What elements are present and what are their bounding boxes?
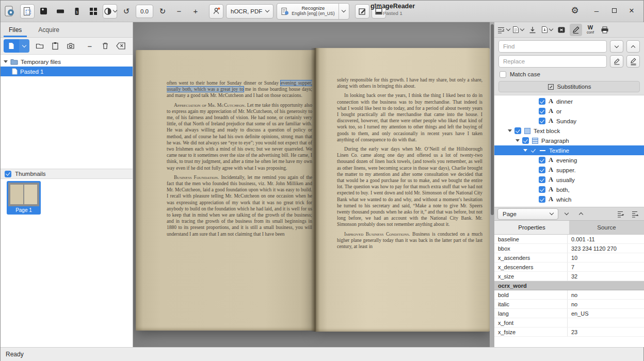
thumbnail-page-1[interactable]: Page 1 <box>7 181 41 215</box>
insert-mode-button[interactable] <box>497 24 510 36</box>
checkbox[interactable] <box>530 147 537 154</box>
delete-image-button[interactable] <box>99 39 112 53</box>
plus-icon: + <box>194 7 198 15</box>
match-case-checkbox[interactable] <box>500 71 506 78</box>
select-region-button[interactable] <box>20 4 35 19</box>
find-prev-button[interactable] <box>626 40 640 53</box>
property-value[interactable]: 0.001 -11 <box>568 235 644 243</box>
replace-input[interactable] <box>498 55 607 68</box>
tab-source[interactable]: Source <box>569 221 644 234</box>
canvas-scrollbar[interactable] <box>490 22 494 347</box>
checkbox[interactable] <box>514 127 521 134</box>
hocr-word-item[interactable]: Aevening <box>494 155 644 165</box>
recognize-main[interactable]: Recognize English [eng] (en_US) <box>277 4 338 19</box>
rotation-angle-spinbox[interactable]: 0.0 <box>136 5 153 18</box>
open-hocr-button[interactable] <box>512 24 524 36</box>
tab-acquire[interactable]: Acquire <box>30 22 68 37</box>
hocr-word-item[interactable]: ASunday <box>494 116 644 126</box>
single-page-view-button[interactable]: 1 <box>70 4 84 19</box>
rotate-right-button[interactable]: ↻ <box>155 4 170 19</box>
expander-icon[interactable] <box>516 139 520 142</box>
property-value[interactable]: no <box>568 290 644 299</box>
image-controls-button[interactable] <box>103 4 117 19</box>
folder-icon <box>10 58 18 65</box>
expander-icon[interactable] <box>523 149 527 152</box>
property-value[interactable]: 32 <box>568 272 644 281</box>
preview-button[interactable] <box>599 24 611 36</box>
find-next-button[interactable] <box>610 40 623 53</box>
property-value[interactable]: 7 <box>568 262 644 271</box>
prev-page-button[interactable] <box>575 208 587 220</box>
expander-icon[interactable] <box>508 129 512 132</box>
grid-view-button[interactable] <box>86 4 101 19</box>
checkbox[interactable] <box>539 176 545 183</box>
scrollbar-thumb[interactable] <box>491 24 494 215</box>
hocr-word-item[interactable]: Aboth, <box>494 185 644 194</box>
find-input[interactable] <box>498 40 607 53</box>
rotate-left-button[interactable]: ↺ <box>119 4 134 19</box>
property-value[interactable]: en_US <box>568 309 644 318</box>
maximize-button[interactable] <box>606 3 622 18</box>
property-row: x_ascenders10 <box>494 253 644 262</box>
substitute-button[interactable] <box>610 55 623 68</box>
tree-item-temporary-files[interactable]: Temporary files <box>1 57 133 67</box>
substitutions-button[interactable]: Substitutions <box>498 81 640 92</box>
hocr-block-item[interactable]: Text block <box>494 126 644 136</box>
export-hocr-button[interactable] <box>541 24 553 36</box>
recognizer-settings-button[interactable] <box>209 4 223 19</box>
hocr-textline-item-selected[interactable]: Textline <box>494 145 644 155</box>
recognize-button[interactable]: Recognize English [eng] (en_US) <box>277 3 349 20</box>
screenshot-button[interactable] <box>64 39 77 53</box>
add-images-button[interactable] <box>4 39 19 53</box>
hocr-word-item[interactable]: Ausually <box>494 175 644 185</box>
zoom-in-button[interactable]: + <box>188 4 203 19</box>
next-page-button[interactable] <box>560 208 573 220</box>
substitute-all-button[interactable] <box>626 55 640 68</box>
page-select[interactable]: Page <box>497 208 558 220</box>
hocr-paragraph-item[interactable]: Paragraph <box>494 136 644 145</box>
files-tree: Temporary files Pasted 1 <box>1 54 133 169</box>
remove-image-button[interactable]: − <box>83 39 96 53</box>
clear-images-button[interactable] <box>114 39 127 53</box>
close-button[interactable]: × <box>624 3 639 18</box>
checkbox[interactable] <box>539 108 545 114</box>
property-value[interactable]: 10 <box>568 253 644 262</box>
recognize-language-dropdown[interactable] <box>339 4 349 19</box>
settings-button[interactable]: ⚙ <box>567 3 583 18</box>
checkbox[interactable] <box>539 186 545 193</box>
property-value[interactable]: 23 <box>568 327 644 336</box>
checkbox[interactable] <box>539 157 545 163</box>
ocr-mode-select[interactable]: hOCR, PDF <box>226 4 273 19</box>
checkbox[interactable] <box>522 137 529 144</box>
hocr-word-item[interactable]: Asupper. <box>494 165 644 175</box>
expand-all-button[interactable] <box>629 208 641 220</box>
layout-horizontal-button[interactable] <box>53 4 68 19</box>
hocr-word-item[interactable]: Awhich <box>494 194 644 204</box>
add-images-dropdown[interactable] <box>19 39 29 53</box>
import-hocr-button[interactable] <box>526 24 539 36</box>
property-value[interactable]: 323 234 1120 270 <box>568 244 644 253</box>
tree-item-pasted-1[interactable]: Pasted 1 <box>1 67 133 76</box>
tab-properties[interactable]: Properties <box>494 221 569 234</box>
checkbox[interactable] <box>539 98 545 105</box>
checkbox[interactable] <box>539 167 545 173</box>
tab-files[interactable]: Files <box>1 22 30 37</box>
property-value[interactable]: no <box>568 300 644 308</box>
property-value[interactable] <box>568 318 644 327</box>
clear-output-button[interactable] <box>555 24 568 36</box>
minimize-button[interactable]: – <box>589 3 604 18</box>
expander-icon[interactable] <box>4 60 8 63</box>
collapse-all-button[interactable] <box>614 208 626 220</box>
paste-button[interactable] <box>49 39 62 53</box>
zoom-out-button[interactable]: − <box>172 4 186 19</box>
image-canvas[interactable]: often went to their home for Sunday dinn… <box>133 22 490 347</box>
thumbnails-checkbox[interactable] <box>5 171 11 177</box>
hocr-word-item[interactable]: Adinner <box>494 96 644 106</box>
open-folder-button[interactable] <box>33 39 46 53</box>
checkbox[interactable] <box>539 118 545 124</box>
checkbox[interactable] <box>539 196 545 203</box>
find-replace-toggle[interactable] <box>570 24 582 36</box>
hocr-word-item[interactable]: Aor <box>494 106 644 116</box>
add-page-button[interactable] <box>37 4 51 19</box>
word-confidence-toggle[interactable]: Wconf <box>584 24 597 36</box>
